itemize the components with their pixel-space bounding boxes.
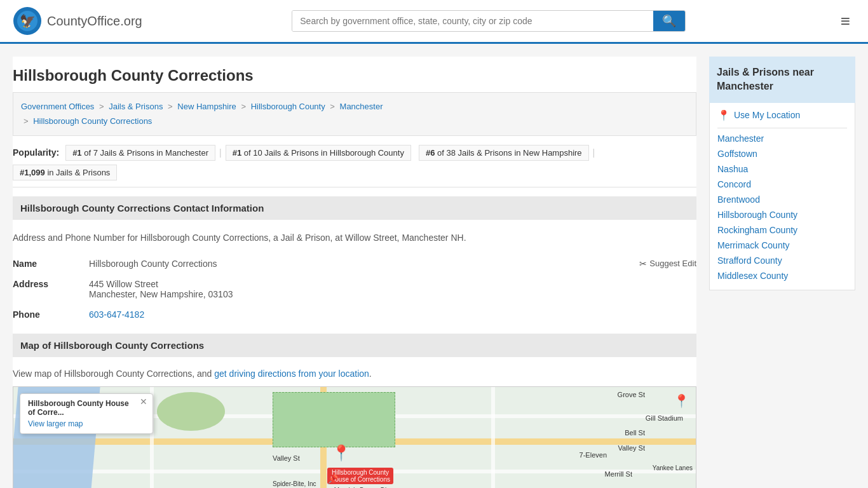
breadcrumb-separator: > [99, 102, 106, 111]
logo[interactable]: 🦅 CountyOffice.org [13, 6, 142, 36]
breadcrumb-separator: > [330, 102, 337, 111]
map-label-grove: Grove St [618, 391, 645, 398]
popularity-rank-1: #1 [72, 148, 81, 158]
green-area-1 [273, 392, 395, 447]
map-description: View map of Hillsborough County Correcti… [13, 363, 696, 386]
map-label-valley1: Valley St [618, 444, 645, 452]
sidebar-link-rockingham-county[interactable]: Rockingham County [717, 222, 847, 238]
breadcrumb-item-jails-prisons[interactable]: Jails & Prisons [109, 102, 163, 111]
popularity-item-1: #1 of 7 Jails & Prisons in Manchester [65, 145, 215, 161]
breadcrumb-separator: > [24, 116, 31, 126]
map-pin: 📍 [332, 444, 351, 462]
breadcrumb: Government Offices > Jails & Prisons > N… [13, 92, 696, 136]
contact-phone-row: Phone 603-647-4182 [13, 304, 696, 325]
address-line1: 445 Willow Street [89, 279, 158, 289]
search-box: 🔍 [292, 10, 686, 32]
name-value-cell: Hillsborough County Corrections ✂ Sugges… [89, 254, 696, 274]
sidebar-link-strafford-county[interactable]: Strafford County [717, 253, 847, 268]
map-popup-link[interactable]: View larger map [28, 419, 83, 428]
use-my-location-link[interactable]: 📍 Use My Location [717, 109, 847, 121]
phone-label: Phone [13, 304, 89, 325]
breadcrumb-separator: > [241, 102, 248, 111]
page-wrap: Hillsborough County Corrections Governme… [0, 44, 868, 488]
menu-icon[interactable]: ≡ [836, 9, 855, 34]
location-pin-icon: 📍 [717, 109, 730, 121]
sidebar-link-middlesex-county[interactable]: Middlesex County [717, 268, 847, 283]
map-label-yankee: Yankee Lanes [653, 464, 693, 471]
svg-text:🦅: 🦅 [20, 13, 36, 29]
sidebar-divider-0 [717, 128, 847, 128]
map-container: 📍 Grove St Bell St Valley St Valley St M… [13, 386, 696, 488]
sidebar-link-concord[interactable]: Concord [717, 177, 847, 192]
map-green-pin: 📍 [674, 393, 689, 409]
map-popup: ✕ Hillsborough County House of Corre... … [20, 393, 153, 434]
address-label: Address [13, 274, 89, 304]
popularity-label: Popularity: [13, 147, 59, 158]
popularity-rank-4: #1,099 [20, 168, 45, 177]
main-content: Hillsborough County Corrections Governme… [13, 57, 696, 488]
breadcrumb-item-current[interactable]: Hillsborough County Corrections [33, 116, 152, 126]
road-v3 [491, 387, 495, 488]
name-label: Name [13, 254, 89, 274]
logo-suffix: .org [120, 14, 142, 28]
sidebar: Jails & Prisons near Manchester 📍 Use My… [709, 57, 855, 488]
contact-description: Address and Phone Number for Hillsboroug… [13, 226, 696, 254]
sidebar-link-merrimack-county[interactable]: Merrimack County [717, 238, 847, 253]
map-label-spider: Spider-Bite, Inc [273, 480, 316, 487]
name-value: Hillsborough County Corrections [89, 259, 217, 269]
breadcrumb-separator: > [168, 102, 175, 111]
map-label-bell: Bell St [625, 429, 645, 437]
contact-info-table: Name Hillsborough County Corrections ✂ S… [13, 254, 696, 325]
popularity-item-3: #6 of 38 Jails & Prisons in New Hampshir… [419, 145, 589, 161]
phone-value-cell: 603-647-4182 [89, 304, 696, 325]
search-area: 🔍 [292, 10, 686, 32]
suggest-edit-button[interactable]: ✂ Suggest Edit [639, 259, 696, 269]
logo-text: CountyOffice.org [47, 14, 142, 29]
map-popup-title: Hillsborough County House of Corre... [28, 399, 145, 417]
contact-name-row: Name Hillsborough County Corrections ✂ S… [13, 254, 696, 274]
contact-section-header: Hillsborough County Corrections Contact … [13, 196, 696, 220]
page-title: Hillsborough County Corrections [13, 57, 696, 92]
use-my-location-label: Use My Location [734, 110, 800, 120]
address-line2: Manchester, New Hampshire, 03103 [89, 289, 233, 299]
breadcrumb-item-hillsborough-county[interactable]: Hillsborough County [251, 102, 325, 111]
popularity-section: Popularity: #1 of 7 Jails & Prisons in M… [13, 136, 696, 187]
sidebar-link-hillsborough-county[interactable]: Hillsborough County [717, 207, 847, 222]
map-section-header: Map of Hillsborough County Corrections [13, 334, 696, 357]
driving-directions-link[interactable]: get driving directions from your locatio… [214, 369, 369, 379]
breadcrumb-item-new-hampshire[interactable]: New Hampshire [177, 102, 236, 111]
logo-icon: 🦅 [13, 6, 42, 36]
contact-address-row: Address 445 Willow Street Manchester, Ne… [13, 274, 696, 304]
map-info-pin: 📌 [327, 474, 338, 484]
popularity-divider-2: | [593, 147, 595, 158]
popularity-item-4: #1,099 in Jails & Prisons [13, 165, 117, 180]
site-header: 🦅 CountyOffice.org 🔍 ≡ [0, 0, 868, 44]
map-popup-close[interactable]: ✕ [140, 396, 147, 407]
popularity-rank-2: #1 [233, 148, 241, 158]
address-value-cell: 445 Willow Street Manchester, New Hampsh… [89, 274, 696, 304]
search-input[interactable] [292, 11, 653, 31]
popularity-rank-3: #6 [426, 148, 435, 158]
green-area-2 [157, 392, 225, 431]
breadcrumb-item-manchester[interactable]: Manchester [340, 102, 383, 111]
popularity-divider: | [219, 147, 222, 158]
sidebar-link-nashua[interactable]: Nashua [717, 161, 847, 177]
suggest-edit-icon: ✂ [639, 259, 647, 269]
search-button[interactable]: 🔍 [653, 11, 685, 31]
breadcrumb-item-government-offices[interactable]: Government Offices [21, 102, 94, 111]
sidebar-link-goffstown[interactable]: Goffstown [717, 146, 847, 161]
map-label-gill: Gill Stadium [646, 414, 683, 422]
phone-link[interactable]: 603-647-4182 [89, 309, 144, 320]
map-desc-text: View map of Hillsborough County Correcti… [13, 369, 214, 379]
sidebar-header: Jails & Prisons near Manchester [709, 57, 855, 103]
sidebar-link-brentwood[interactable]: Brentwood [717, 192, 847, 207]
sidebar-body: 📍 Use My Location Manchester Goffstown N… [709, 103, 855, 290]
logo-brand: CountyOffice [47, 14, 120, 28]
map-label-valley2: Valley St [273, 454, 300, 462]
suggest-edit-label: Suggest Edit [649, 259, 696, 268]
sidebar-link-manchester[interactable]: Manchester [717, 131, 847, 146]
popularity-item-2: #1 of 10 Jails & Prisons in Hillsborough… [226, 145, 411, 161]
map-label-merrill: Merrill St [605, 470, 632, 478]
map-label-7eleven: 7-Eleven [580, 451, 607, 459]
